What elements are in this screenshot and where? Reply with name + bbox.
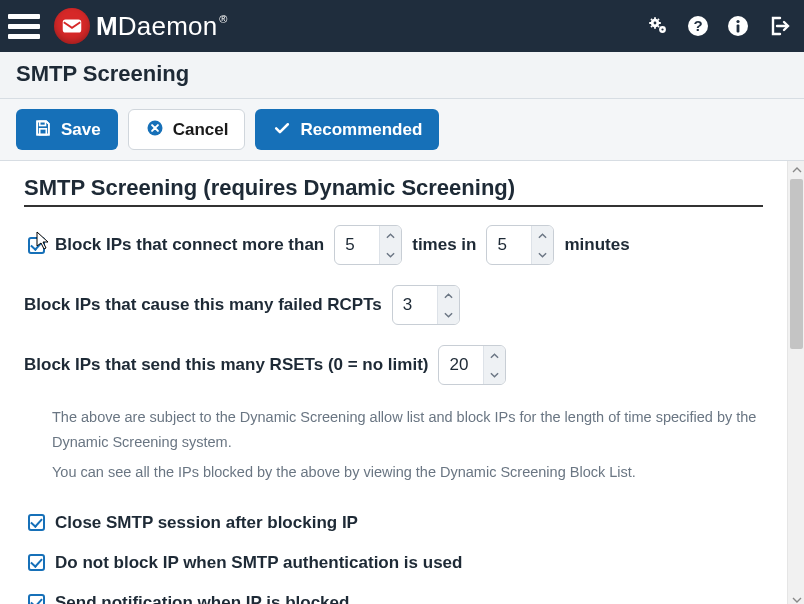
svg-point-11 (654, 22, 657, 25)
content-scroll[interactable]: SMTP Screening (requires Dynamic Screeni… (0, 161, 787, 604)
svg-line-10 (658, 19, 659, 20)
checkbox-no-block-auth[interactable] (28, 554, 45, 571)
input-connect-minutes[interactable] (486, 225, 554, 265)
row-send-notify: Send notification when IP is blocked (28, 593, 763, 604)
scroll-up-icon[interactable] (788, 161, 804, 178)
svg-point-12 (661, 28, 663, 30)
row-failed-rcpts: Block IPs that cause this many failed RC… (24, 285, 763, 325)
spin-up[interactable] (484, 346, 505, 365)
topbar-actions: ? (646, 14, 790, 38)
cancel-label: Cancel (173, 121, 229, 138)
label-no-block-auth: Do not block IP when SMTP authentication… (55, 553, 462, 573)
spin-up[interactable] (380, 226, 401, 245)
svg-line-8 (658, 26, 659, 27)
input-connect-times-field[interactable] (335, 226, 379, 264)
label-rsets: Block IPs that send this many RSETs (0 =… (24, 355, 428, 375)
svg-text:?: ? (693, 17, 702, 34)
label-connect-a: Block IPs that connect more than (55, 235, 324, 255)
label-send-notify: Send notification when IP is blocked (55, 593, 349, 604)
content-area: SMTP Screening (requires Dynamic Screeni… (0, 161, 804, 604)
help-line-2: You can see all the IPs blocked by the a… (52, 460, 763, 485)
checkbox-block-connect[interactable] (28, 237, 45, 254)
spin-up[interactable] (438, 286, 459, 305)
scroll-thumb[interactable] (790, 179, 803, 349)
app-logo[interactable]: MDaemon® (54, 8, 228, 44)
recommended-button[interactable]: Recommended (255, 109, 439, 150)
topbar: MDaemon® ? (0, 0, 804, 52)
spin-up[interactable] (532, 226, 553, 245)
menu-icon[interactable] (8, 9, 42, 43)
svg-rect-0 (64, 21, 81, 32)
row-no-block-auth: Do not block IP when SMTP authentication… (28, 553, 763, 573)
envelope-icon (54, 8, 90, 44)
recommended-label: Recommended (300, 121, 422, 138)
input-connect-times[interactable] (334, 225, 402, 265)
input-rsets-field[interactable] (439, 346, 483, 384)
spin-down[interactable] (532, 245, 553, 264)
panel-underline (24, 205, 763, 207)
save-label: Save (61, 121, 101, 138)
row-rsets: Block IPs that send this many RSETs (0 =… (24, 345, 763, 385)
svg-line-9 (651, 26, 652, 27)
row-block-connect: Block IPs that connect more than times i… (28, 225, 763, 265)
scrollbar[interactable] (787, 161, 804, 604)
spin-down[interactable] (380, 245, 401, 264)
app-name: MDaemon® (96, 11, 228, 42)
info-icon[interactable] (726, 14, 750, 38)
label-close-session: Close SMTP session after blocking IP (55, 513, 358, 533)
spin-down[interactable] (484, 365, 505, 384)
checkbox-close-session[interactable] (28, 514, 45, 531)
label-failed-rcpts: Block IPs that cause this many failed RC… (24, 295, 382, 315)
cancel-button[interactable]: Cancel (128, 109, 246, 150)
input-failed-rcpts-field[interactable] (393, 286, 437, 324)
svg-line-7 (651, 19, 652, 20)
scroll-down-icon[interactable] (788, 591, 804, 604)
input-connect-minutes-field[interactable] (487, 226, 531, 264)
svg-rect-17 (737, 25, 740, 33)
page-title: SMTP Screening (16, 61, 788, 87)
cancel-icon (145, 118, 165, 141)
checkbox-send-notify[interactable] (28, 594, 45, 604)
input-rsets[interactable] (438, 345, 506, 385)
svg-point-16 (736, 20, 739, 23)
input-failed-rcpts[interactable] (392, 285, 460, 325)
page-title-bar: SMTP Screening (0, 52, 804, 99)
help-text: The above are subject to the Dynamic Scr… (52, 405, 763, 485)
check-icon (272, 118, 292, 141)
action-bar: Save Cancel Recommended (0, 99, 804, 161)
logout-icon[interactable] (766, 14, 790, 38)
help-icon[interactable]: ? (686, 14, 710, 38)
label-connect-c: minutes (564, 235, 629, 255)
spin-down[interactable] (438, 305, 459, 324)
label-connect-b: times in (412, 235, 476, 255)
save-button[interactable]: Save (16, 109, 118, 150)
panel-heading: SMTP Screening (requires Dynamic Screeni… (24, 175, 763, 201)
save-icon (33, 118, 53, 141)
row-close-session: Close SMTP session after blocking IP (28, 513, 763, 533)
settings-icon[interactable] (646, 14, 670, 38)
help-line-1: The above are subject to the Dynamic Scr… (52, 405, 763, 454)
